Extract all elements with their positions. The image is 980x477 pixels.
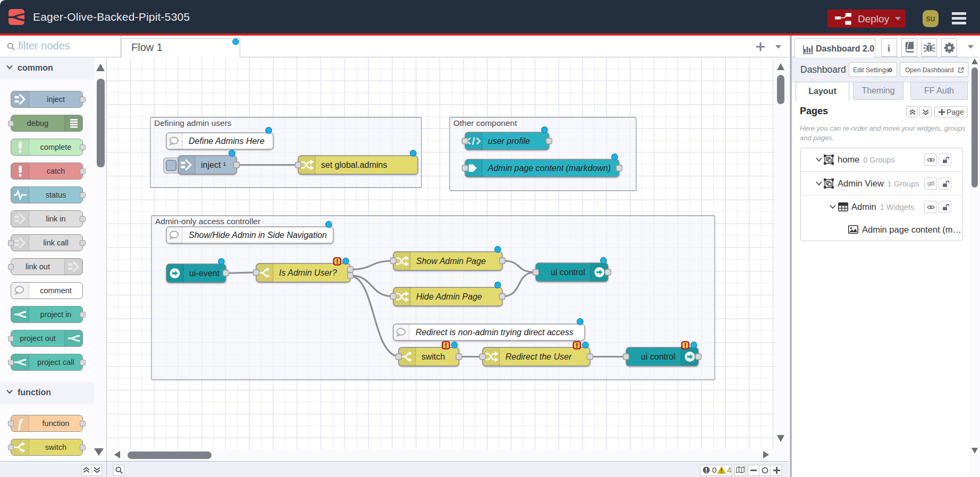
svg-text:!: ! <box>576 342 578 350</box>
svg-text:Defining admin users: Defining admin users <box>154 118 232 127</box>
svg-text:!: ! <box>336 258 339 266</box>
svg-text:Hide Admin Page: Hide Admin Page <box>416 292 482 301</box>
svg-text:inject ¹: inject ¹ <box>201 160 226 169</box>
svg-text:!: ! <box>445 342 447 350</box>
svg-text:Show/Hide Admin in Side Naviga: Show/Hide Admin in Side Navigation <box>189 231 327 240</box>
svg-text:Other component: Other component <box>453 118 517 127</box>
svg-text:switch: switch <box>421 352 445 361</box>
svg-text:Define Admins Here: Define Admins Here <box>189 137 265 146</box>
svg-text:i: i <box>888 42 891 54</box>
svg-text:!: ! <box>685 342 687 350</box>
svg-text:Redirect the User: Redirect the User <box>505 352 572 361</box>
svg-text:Admin page content (markdown): Admin page content (markdown) <box>487 164 611 173</box>
svg-text:Is Admin User?: Is Admin User? <box>279 268 337 277</box>
svg-text:set global.admins: set global.admins <box>321 160 387 169</box>
svg-text:ui-event: ui-event <box>189 269 219 278</box>
svg-text:ui control: ui control <box>551 268 585 277</box>
svg-text:ui control: ui control <box>641 352 675 361</box>
svg-text:user profile: user profile <box>488 137 530 146</box>
svg-text:Redirect is non-admin trying d: Redirect is non-admin trying direct acce… <box>416 328 573 337</box>
svg-text:Show Admin Page: Show Admin Page <box>416 257 486 266</box>
svg-text:Admin-only access controller: Admin-only access controller <box>155 217 260 226</box>
